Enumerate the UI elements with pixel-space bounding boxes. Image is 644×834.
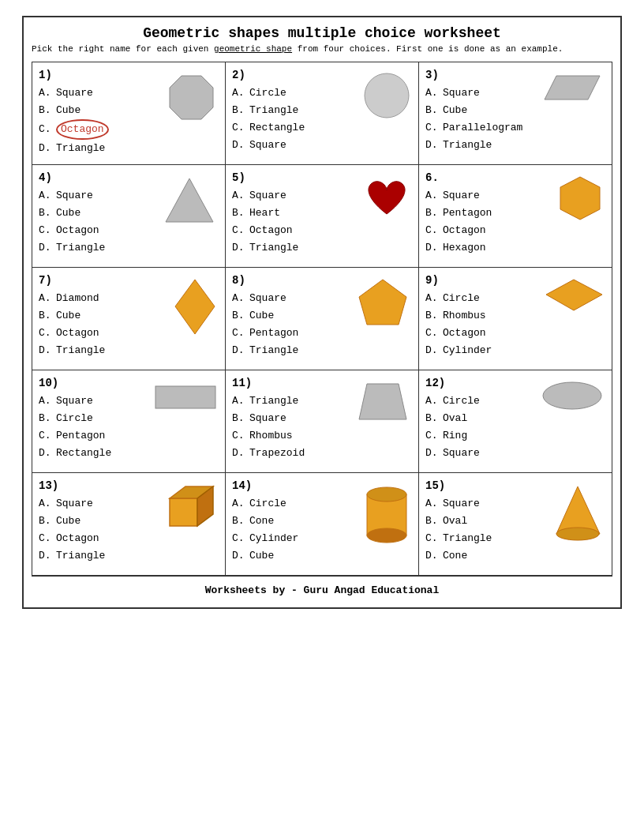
choice-letter: A. <box>232 393 249 410</box>
choice-row: C.Octagon <box>425 325 605 342</box>
choice-text: Square <box>249 137 286 154</box>
choice-row: D.Triangle <box>425 137 605 154</box>
choice-letter: B. <box>232 513 249 530</box>
choice-letter: C. <box>39 325 56 342</box>
choice-letter: C. <box>232 325 249 342</box>
choice-letter: C. <box>39 530 56 547</box>
choice-text: Circle <box>249 495 286 513</box>
choice-text: Square <box>56 187 93 205</box>
shape-cylinder <box>363 483 410 546</box>
choice-row: D.Triangle <box>39 140 219 157</box>
choice-letter: C. <box>425 119 443 137</box>
choice-text: Oval <box>443 410 467 427</box>
choice-letter: B. <box>39 102 56 119</box>
choice-text: Diamond <box>56 290 99 307</box>
choice-row: C.Rhombus <box>232 427 412 445</box>
svg-marker-3 <box>166 178 213 222</box>
choice-row: D.Triangle <box>232 342 412 359</box>
shape-trapezoid <box>355 380 410 427</box>
choice-text: Cube <box>56 205 80 222</box>
choice-letter: D. <box>39 140 56 157</box>
choice-text: Cube <box>249 547 274 565</box>
choice-text: Square <box>56 393 93 410</box>
svg-point-16 <box>367 528 406 543</box>
shape-parallelogram <box>541 72 604 107</box>
choice-letter: D. <box>39 445 56 462</box>
choice-text: Square <box>443 445 480 462</box>
choice-text: Rhombus <box>443 307 486 325</box>
choice-text: Circle <box>443 290 480 307</box>
shape-oval <box>541 380 604 415</box>
choice-letter: A. <box>39 290 56 307</box>
shape-rhombus <box>545 277 604 317</box>
choice-letter: A. <box>39 393 56 410</box>
choice-text: Triangle <box>249 393 298 410</box>
question-cell-12: 12)A.CircleB.OvalC.RingD.Square <box>419 370 612 473</box>
choice-text: Rectangle <box>249 119 305 137</box>
choice-text: Square <box>443 187 480 205</box>
choice-text: Triangle <box>443 530 492 547</box>
question-cell-3: 3)A.SquareB.CubeC.ParallelogramD.Triangl… <box>419 62 612 165</box>
choice-letter: A. <box>232 290 249 307</box>
choice-letter: D. <box>425 547 443 565</box>
choice-row: D.Cone <box>425 547 605 565</box>
svg-marker-4 <box>560 177 600 220</box>
choice-text: Circle <box>443 393 480 410</box>
choice-text: Octagon <box>249 222 293 239</box>
choice-text: Cube <box>56 307 80 325</box>
choice-text: Square <box>249 290 286 307</box>
choice-letter: C. <box>232 427 249 445</box>
choice-letter: B. <box>425 102 443 119</box>
worksheet: Geometric shapes multiple choice workshe… <box>22 16 622 609</box>
svg-marker-6 <box>359 280 406 325</box>
choice-letter: C. <box>39 427 56 445</box>
choice-text: Octagon <box>56 222 99 239</box>
choice-text: Octagon <box>56 325 99 342</box>
choice-row: D.Triangle <box>39 547 219 565</box>
choice-letter: B. <box>39 307 56 325</box>
choice-row: D.Rectangle <box>39 445 219 462</box>
svg-point-15 <box>367 487 406 502</box>
choice-row: D.Square <box>425 445 605 462</box>
question-cell-4: 4)A.SquareB.CubeC.OctagonD.Triangle <box>32 165 226 268</box>
shape-cube <box>166 483 217 538</box>
choice-letter: C. <box>232 530 249 547</box>
choice-text: Triangle <box>249 342 298 359</box>
choice-text: Octagon <box>56 119 109 140</box>
choice-row: C.Pentagon <box>39 427 219 445</box>
choice-letter: D. <box>425 137 443 154</box>
choice-letter: C. <box>232 119 249 137</box>
choice-row: D.Cylinder <box>425 342 605 359</box>
choice-row: C.Ring <box>425 427 605 445</box>
choice-letter: B. <box>232 410 249 427</box>
choice-letter: B. <box>232 102 249 119</box>
choice-text: Square <box>443 85 480 102</box>
choice-row: C.Parallelogram <box>425 119 605 137</box>
choice-letter: D. <box>425 239 443 257</box>
choice-text: Cube <box>56 513 80 530</box>
choice-text: Hexagon <box>443 239 486 257</box>
choice-row: D.Triangle <box>232 239 412 257</box>
question-cell-6: 6.A.SquareB.PentagonC.OctagonD.Hexagon <box>419 165 612 268</box>
question-cell-13: 13)A.SquareB.CubeC.OctagonD.Triangle <box>32 473 226 576</box>
choice-letter: A. <box>425 290 443 307</box>
choice-letter: B. <box>232 205 249 222</box>
choice-text: Triangle <box>56 239 105 257</box>
choice-letter: C. <box>425 222 443 239</box>
choice-row: D.Hexagon <box>425 239 605 257</box>
question-cell-7: 7)A.DiamondB.CubeC.OctagonD.Triangle <box>32 268 226 370</box>
choice-text: Triangle <box>56 342 105 359</box>
question-cell-9: 9)A.CircleB.RhombusC.OctagonD.Cylinder <box>419 268 612 370</box>
choice-letter: A. <box>425 393 443 410</box>
svg-marker-11 <box>170 498 197 526</box>
choice-letter: C. <box>232 222 249 239</box>
shape-pentagon <box>355 277 410 332</box>
choice-letter: B. <box>425 410 443 427</box>
svg-point-10 <box>543 382 601 409</box>
choice-text: Square <box>249 410 286 427</box>
shape-cone <box>552 483 604 546</box>
choice-letter: A. <box>232 495 249 513</box>
choice-letter: B. <box>39 410 56 427</box>
choice-letter: D. <box>425 342 443 359</box>
subtitle: Pick the right name for each given geome… <box>32 44 612 54</box>
